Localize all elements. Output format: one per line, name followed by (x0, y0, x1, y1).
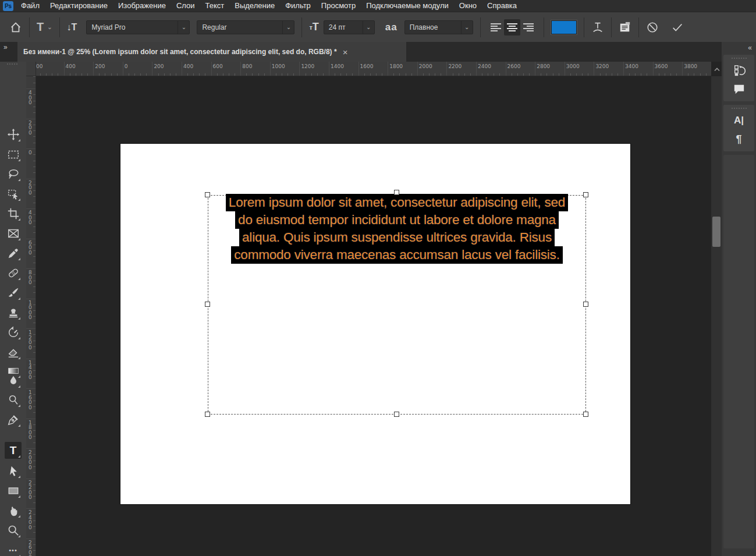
transform-handle-mid-right[interactable] (583, 302, 588, 307)
transform-handle-bottom-right[interactable] (583, 412, 588, 417)
collapse-dock-icon[interactable]: « (748, 44, 751, 52)
frame-tool[interactable] (5, 225, 22, 242)
tools-panel: T ••• (0, 62, 26, 556)
text-line: aliqua. Quis ipsum suspendisse ultrices … (239, 229, 555, 246)
options-bar: T ⌄ ↓T Myriad Pro ⌄ Regular ⌄ тT 24 пт ⌄… (0, 12, 756, 42)
align-center-button[interactable] (504, 19, 520, 36)
text-line: Lorem ipsum dolor sit amet, consectetur … (226, 194, 568, 211)
menu-window[interactable]: Окно (454, 0, 482, 12)
menu-filter[interactable]: Фильтр (280, 0, 316, 12)
anti-alias-icon: aa (385, 22, 397, 33)
close-tab-icon[interactable]: × (343, 48, 348, 56)
selected-text-block[interactable]: Lorem ipsum dolor sit amet, consectetur … (208, 194, 586, 264)
history-brush-tool[interactable] (5, 324, 22, 341)
comments-panel-button[interactable] (729, 80, 749, 98)
horizontal-ruler[interactable]: 0040020002004006008001000120014001600180… (36, 62, 711, 76)
warp-text-icon[interactable] (591, 21, 604, 34)
text-line: do eiusmod tempor incididunt ut labore e… (235, 211, 559, 229)
transform-handle-top-center[interactable] (394, 190, 399, 195)
dock-group-2: A| ¶ (723, 105, 754, 151)
crop-tool[interactable] (5, 205, 22, 222)
character-panel-button[interactable]: A| (729, 111, 749, 130)
dock-group-grip[interactable] (732, 58, 747, 59)
vertical-scrollbar[interactable] (711, 76, 722, 556)
commit-edit-icon[interactable] (670, 21, 684, 34)
align-right-button[interactable] (520, 19, 537, 36)
chevron-down-icon: ⌄ (178, 21, 189, 34)
chevron-up-icon[interactable] (712, 64, 722, 75)
collapse-toolbar-icon[interactable]: » (3, 43, 7, 51)
history-panel-button[interactable] (729, 61, 749, 80)
photoshop-window: Ps Файл Редактирование Изображение Слои … (0, 0, 756, 556)
brush-tool[interactable] (5, 284, 22, 301)
font-style-select[interactable]: Regular ⌄ (197, 20, 294, 34)
cancel-edit-icon[interactable] (646, 21, 659, 34)
text-color-swatch[interactable] (551, 20, 577, 34)
align-left-button[interactable] (488, 19, 504, 36)
eyedropper-tool[interactable] (5, 245, 22, 261)
ruler-corner[interactable] (26, 62, 36, 76)
dodge-tool[interactable] (5, 391, 22, 408)
document-tab-bar: » Без имени-1 @ 25% (Lorem ipsum dolor s… (0, 42, 722, 62)
spot-healing-brush-tool[interactable] (5, 264, 22, 281)
vertical-scrollbar-thumb[interactable] (712, 217, 720, 247)
pen-tool[interactable] (5, 411, 22, 428)
clone-stamp-tool[interactable] (5, 304, 22, 321)
menu-bar: Ps Файл Редактирование Изображение Слои … (0, 0, 756, 12)
rectangle-tool[interactable] (5, 482, 22, 499)
menu-select[interactable]: Выделение (229, 0, 280, 12)
hand-tool[interactable] (5, 502, 22, 519)
type-tool[interactable]: T (5, 442, 22, 459)
document-tab-title: Без имени-1 @ 25% (Lorem ipsum dolor sit… (23, 48, 337, 56)
dock-group-1 (723, 55, 754, 101)
menu-image[interactable]: Изображение (113, 0, 171, 12)
home-icon[interactable] (9, 21, 22, 34)
menu-view[interactable]: Просмотр (316, 0, 361, 12)
zoom-tool[interactable] (5, 522, 22, 539)
menu-edit[interactable]: Редактирование (45, 0, 113, 12)
menu-plugins[interactable]: Подключаемые модули (361, 0, 454, 12)
text-line: commodo viverra maecenas accumsan lacus … (231, 246, 562, 264)
transform-handle-top-right[interactable] (583, 192, 588, 197)
font-size-icon: тT (309, 21, 318, 33)
vertical-ruler[interactable]: 4002000200400600800100012001400160018002… (26, 76, 36, 556)
text-orientation-icon[interactable]: ↓T (67, 22, 77, 33)
chevron-down-icon: ⌄ (282, 21, 294, 34)
font-size-select[interactable]: 24 пт ⌄ (324, 20, 375, 34)
rectangular-marquee-tool[interactable] (5, 146, 22, 162)
character-paragraph-panels-icon[interactable] (619, 22, 631, 33)
photoshop-logo-icon[interactable]: Ps (3, 1, 13, 11)
menu-file[interactable]: Файл (16, 0, 45, 12)
right-panel-dock: « A| ¶ (722, 42, 756, 556)
path-selection-tool[interactable] (5, 462, 22, 479)
blur-tool[interactable] (5, 372, 22, 389)
move-tool[interactable] (5, 126, 22, 143)
more-tools-button[interactable]: ••• (5, 541, 22, 556)
chevron-down-icon: ⌄ (363, 21, 374, 34)
menu-layers[interactable]: Слои (171, 0, 200, 12)
lasso-tool[interactable] (5, 165, 22, 182)
transform-handle-bottom-center[interactable] (394, 412, 399, 417)
document-tab[interactable]: Без имени-1 @ 25% (Lorem ipsum dolor sit… (17, 42, 406, 62)
transform-handle-bottom-left[interactable] (205, 412, 210, 417)
dock-group-grip[interactable] (732, 108, 747, 109)
chevron-down-icon: ⌄ (461, 21, 473, 34)
font-family-select[interactable]: Myriad Pro ⌄ (86, 20, 190, 34)
transform-handle-mid-left[interactable] (205, 302, 210, 307)
eraser-tool[interactable] (5, 343, 22, 360)
dock-empty-panel (723, 155, 754, 548)
transform-handle-top-left[interactable] (205, 192, 210, 197)
paragraph-panel-button[interactable]: ¶ (729, 130, 749, 148)
type-tool-icon[interactable]: T ⌄ (37, 20, 52, 34)
menu-type[interactable]: Текст (200, 0, 230, 12)
chevron-down-icon: ⌄ (47, 24, 52, 30)
object-selection-tool[interactable] (5, 185, 22, 202)
tools-panel-grip[interactable] (7, 63, 17, 65)
anti-alias-select[interactable]: Плавное ⌄ (404, 20, 473, 34)
menu-help[interactable]: Справка (482, 0, 522, 12)
